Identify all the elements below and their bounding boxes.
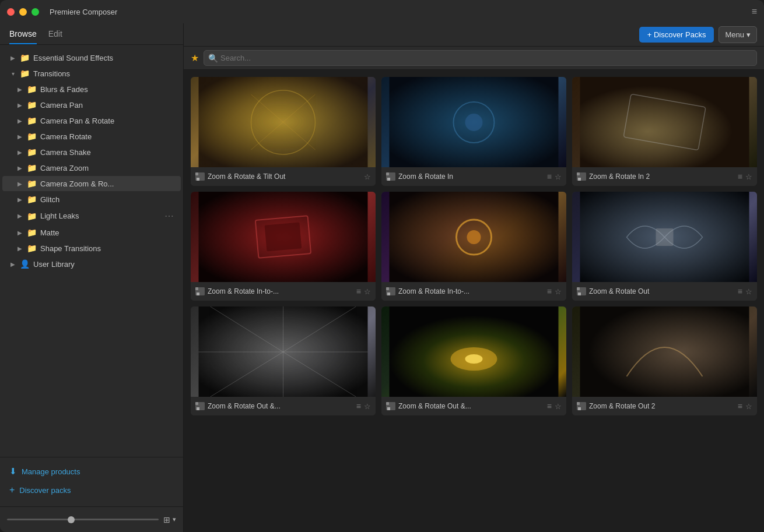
sidebar-item-label: Camera Zoom [40,164,174,172]
tab-edit[interactable]: Edit [48,29,62,44]
grid-item[interactable]: Zoom & Rotate In-to-... ≡ ☆ [381,192,566,301]
star-icon[interactable]: ☆ [364,172,371,181]
more-options-icon[interactable]: ≡ [738,172,742,181]
menu-chevron-icon: ▾ [747,30,751,39]
folder-icon: 📁 [27,84,37,94]
more-options-icon[interactable]: ≡ [356,401,361,411]
svg-rect-47 [577,402,580,405]
app-body: Browse Edit ▶ 📁 Essential Sound Effects … [0,23,764,532]
chevron-right-icon: ▶ [16,213,23,219]
manage-products-label: Manage products [22,467,80,476]
sidebar-item-camera-pan-rotate[interactable]: ▶ 📁 Camera Pan & Rotate [2,113,181,128]
star-icon[interactable]: ☆ [745,172,752,181]
sidebar-item-camera-shake[interactable]: ▶ 📁 Camera Shake [2,145,181,160]
star-icon[interactable]: ☆ [745,287,752,296]
user-library-icon: 👤 [20,259,30,269]
grid-item[interactable]: Zoom & Rotate Out ≡ ☆ [572,192,757,301]
svg-rect-10 [386,172,389,175]
svg-rect-19 [195,287,198,290]
grid-item[interactable]: Zoom & Rotate Out &... ≡ ☆ [381,306,566,415]
sidebar-item-camera-rotate[interactable]: ▶ 📁 Camera Rotate [2,129,181,144]
view-toggle[interactable]: ⊞ ▾ [163,515,176,524]
sidebar-item-user-library[interactable]: ▶ 👤 User Library [2,256,181,272]
chevron-right-icon: ▶ [16,86,23,93]
grid-view-icon: ⊞ [163,515,170,524]
star-filter-icon[interactable]: ★ [191,52,199,64]
zoom-handle[interactable] [68,516,75,523]
grid-thumbnail [191,306,376,397]
search-input[interactable] [204,50,757,66]
grid-item-footer: Zoom & Rotate Out 2 ≡ ☆ [572,397,757,415]
grid-thumbnail [381,306,566,397]
sidebar-item-label: Matte [40,228,174,237]
star-icon[interactable]: ☆ [364,402,371,411]
star-icon[interactable]: ☆ [364,287,371,296]
grid-item[interactable]: Zoom & Rotate In ≡ ☆ [381,77,566,186]
grid-item[interactable]: Zoom & Rotate Out 2 ≡ ☆ [572,306,757,415]
sidebar-item-label: Light Leaks [40,212,161,220]
sidebar-item-matte[interactable]: ▶ 📁 Matte [2,225,181,240]
star-icon[interactable]: ☆ [745,402,752,411]
grid-item-label: Zoom & Rotate Out &... [208,402,353,410]
more-options-icon[interactable]: ≡ [547,401,552,411]
sidebar-item-transitions[interactable]: ▾ 📁 Transitions [2,66,181,81]
thumbnail-svg [572,306,757,397]
sidebar-item-label: Blurs & Fades [40,85,174,94]
more-options-icon[interactable]: ≡ [738,401,742,411]
grid-item-footer: Zoom & Rotate In-to-... ≡ ☆ [381,282,566,301]
zoom-slider[interactable] [7,519,159,520]
chevron-right-icon: ▶ [9,55,16,61]
manage-products-button[interactable]: ⬇ Manage products [0,462,183,481]
grid-item[interactable]: Zoom & Rotate In-to-... ≡ ☆ [191,192,376,301]
grid-item[interactable]: Zoom & Rotate In 2 ≡ ☆ [572,77,757,186]
grid-item-footer: Zoom & Rotate In 2 ≡ ☆ [572,167,757,186]
sidebar-item-blurs-fades[interactable]: ▶ 📁 Blurs & Fades [2,82,181,97]
clip-svg [386,172,395,181]
more-options-icon[interactable]: ≡ [547,287,552,296]
svg-point-42 [465,354,483,364]
clip-svg [577,172,586,181]
star-icon[interactable]: ☆ [555,172,562,181]
minimize-button[interactable] [19,8,27,16]
more-options-icon[interactable]: ⋯ [164,210,174,221]
maximize-button[interactable] [31,8,39,16]
sidebar-item-label: Camera Zoom & Ro... [40,179,174,188]
folder-icon: 📁 [27,228,37,237]
sidebar-item-essential-sound-effects[interactable]: ▶ 📁 Essential Sound Effects [2,50,181,65]
sidebar-item-light-leaks[interactable]: ▶ 📁 Light Leaks ⋯ [2,207,181,224]
plus-icon: + [9,485,15,495]
grid-thumbnail [381,192,566,282]
clip-icon [386,402,395,410]
grid-item-footer: Zoom & Rotate Out &... ≡ ☆ [381,397,566,415]
grid-item-label: Zoom & Rotate In 2 [589,172,735,181]
svg-rect-26 [656,228,674,246]
thumbnail-svg [381,192,566,282]
more-options-icon[interactable]: ≡ [356,287,361,296]
star-icon[interactable]: ☆ [555,402,562,411]
svg-rect-45 [580,306,749,397]
close-button[interactable] [7,8,15,16]
sidebar-item-camera-pan[interactable]: ▶ 📁 Camera Pan [2,97,181,112]
folder-icon: 📁 [27,100,37,110]
sidebar-item-camera-zoom-ro[interactable]: ▶ 📁 Camera Zoom & Ro... [2,176,181,191]
clip-icon [195,287,205,295]
clip-svg [386,287,395,295]
more-options-icon[interactable]: ≡ [738,287,742,296]
svg-rect-44 [386,402,389,405]
grid-item[interactable]: Zoom & Rotate Out &... ≡ ☆ [191,306,376,415]
more-options-icon[interactable]: ≡ [547,172,552,181]
discover-packs-button[interactable]: + Discover Packs [639,27,714,43]
discover-packs-sidebar-button[interactable]: + Discover packs [0,481,183,499]
search-icon: 🔍 [208,54,218,63]
thumbnail-svg [191,192,376,282]
grid-item-label: Zoom & Rotate Out &... [398,402,544,410]
sidebar-item-glitch[interactable]: ▶ 📁 Glitch [2,192,181,207]
grid-item[interactable]: Zoom & Rotate & Tilt Out ☆ [191,77,376,186]
titlebar-menu-icon[interactable]: ≡ [752,6,757,17]
tab-browse[interactable]: Browse [9,29,37,44]
grid-item-label: Zoom & Rotate In [398,172,544,181]
menu-button[interactable]: Menu ▾ [719,26,757,43]
star-icon[interactable]: ☆ [555,287,562,296]
sidebar-item-shape-transitions[interactable]: ▶ 📁 Shape Transitions [2,241,181,256]
sidebar-item-camera-zoom[interactable]: ▶ 📁 Camera Zoom [2,160,181,175]
